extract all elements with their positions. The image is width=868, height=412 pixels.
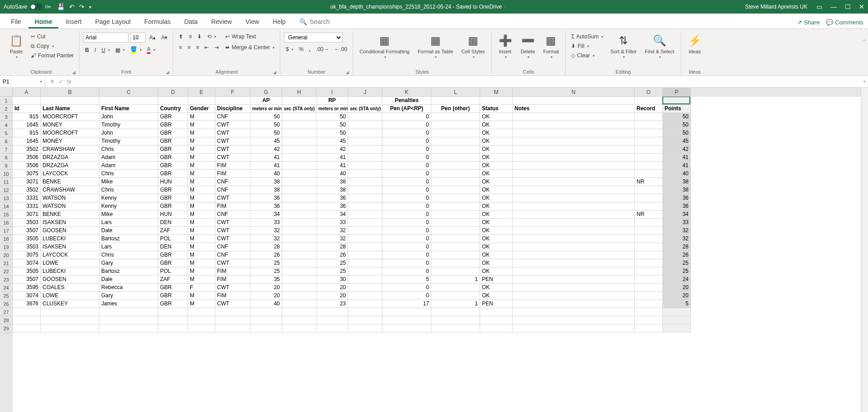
- cell[interactable]: Gary: [99, 292, 158, 300]
- row-header[interactable]: 25: [0, 292, 13, 300]
- cell[interactable]: [431, 194, 480, 202]
- cell[interactable]: MONEY: [41, 121, 99, 129]
- cell[interactable]: 50: [316, 113, 348, 121]
- cell[interactable]: CNF: [215, 186, 250, 194]
- cell[interactable]: LOWE: [41, 259, 99, 267]
- cell[interactable]: [41, 316, 99, 324]
- cell[interactable]: [513, 267, 635, 276]
- cell[interactable]: M: [188, 211, 215, 219]
- cell[interactable]: 3506: [13, 162, 41, 170]
- cell[interactable]: [513, 97, 635, 105]
- cell[interactable]: 3505: [13, 267, 41, 276]
- cell[interactable]: 36: [250, 194, 282, 202]
- cell[interactable]: [635, 300, 663, 308]
- cell[interactable]: [431, 243, 480, 251]
- cell[interactable]: [188, 316, 215, 324]
- cell[interactable]: M: [188, 170, 215, 178]
- cell[interactable]: FIM: [215, 170, 250, 178]
- cell[interactable]: CWT: [215, 235, 250, 243]
- cell[interactable]: 24: [663, 276, 691, 284]
- cell[interactable]: FIM: [215, 202, 250, 211]
- cell[interactable]: 3074: [13, 292, 41, 300]
- cell[interactable]: GBR: [158, 259, 188, 267]
- delete-cells-button[interactable]: ➖Delete▾: [518, 33, 538, 60]
- cell[interactable]: [250, 308, 282, 316]
- cell[interactable]: [513, 316, 635, 324]
- cell[interactable]: Points: [663, 105, 691, 113]
- cell[interactable]: DEN: [158, 243, 188, 251]
- cell[interactable]: [635, 243, 663, 251]
- cell[interactable]: 0: [382, 186, 431, 194]
- cell[interactable]: [431, 292, 480, 300]
- cell[interactable]: Rebecca: [99, 284, 158, 292]
- name-box[interactable]: P1▾: [0, 76, 45, 87]
- cell[interactable]: OK: [480, 137, 513, 145]
- cancel-formula-icon[interactable]: ✕: [50, 78, 55, 85]
- tab-file[interactable]: File: [5, 14, 28, 28]
- cell[interactable]: 0: [382, 162, 431, 170]
- cell[interactable]: OK: [480, 243, 513, 251]
- cell[interactable]: [431, 284, 480, 292]
- cell[interactable]: [282, 202, 316, 211]
- cell[interactable]: GBR: [158, 300, 188, 308]
- cell[interactable]: [188, 324, 215, 332]
- cell[interactable]: OK: [480, 121, 513, 129]
- cell[interactable]: DRZAZGA: [41, 154, 99, 162]
- align-middle-button[interactable]: ≡: [187, 33, 193, 41]
- cell[interactable]: OK: [480, 170, 513, 178]
- cell[interactable]: OK: [480, 186, 513, 194]
- dialog-launcher-icon[interactable]: ◢: [273, 70, 276, 75]
- cell[interactable]: [348, 113, 382, 121]
- grow-font-button[interactable]: A▴: [147, 33, 157, 42]
- cell[interactable]: Country: [158, 105, 188, 113]
- cell[interactable]: 40: [663, 170, 691, 178]
- wrap-text-button[interactable]: ↩Wrap Text: [223, 33, 276, 41]
- cell[interactable]: [158, 97, 188, 105]
- cell[interactable]: meters or min: [250, 105, 282, 113]
- cell[interactable]: 3502: [13, 145, 41, 154]
- row-header[interactable]: 5: [0, 129, 13, 137]
- row-header[interactable]: 11: [0, 178, 13, 186]
- cell[interactable]: GBR: [158, 284, 188, 292]
- cell[interactable]: FIM: [215, 162, 250, 170]
- cell[interactable]: [431, 129, 480, 137]
- col-header-L[interactable]: L: [431, 88, 480, 97]
- tab-insert[interactable]: Insert: [59, 14, 88, 28]
- cell[interactable]: [635, 129, 663, 137]
- tell-me-search[interactable]: 🔍Search: [293, 14, 336, 28]
- cell[interactable]: 45: [316, 137, 348, 145]
- cell[interactable]: [431, 170, 480, 178]
- cell[interactable]: M: [188, 162, 215, 170]
- cell[interactable]: [99, 97, 158, 105]
- cell[interactable]: 3502: [13, 186, 41, 194]
- cell[interactable]: LAYCOCK: [41, 251, 99, 259]
- cell[interactable]: 36: [316, 202, 348, 211]
- cell[interactable]: 20: [250, 284, 282, 292]
- cell[interactable]: OK: [480, 145, 513, 154]
- format-painter-button[interactable]: 🖌Format Painter: [29, 52, 75, 60]
- font-size-input[interactable]: [130, 33, 146, 42]
- cell[interactable]: [513, 276, 635, 284]
- cell[interactable]: 3071: [13, 211, 41, 219]
- cell[interactable]: [348, 145, 382, 154]
- col-header-J[interactable]: J: [348, 88, 382, 97]
- dialog-launcher-icon[interactable]: ◢: [166, 70, 169, 75]
- cell[interactable]: [282, 129, 316, 137]
- cell[interactable]: [635, 267, 663, 276]
- cell[interactable]: OK: [480, 259, 513, 267]
- cell[interactable]: 20: [316, 284, 348, 292]
- cell[interactable]: [282, 300, 316, 308]
- cell[interactable]: [431, 316, 480, 324]
- cell[interactable]: WATSON: [41, 194, 99, 202]
- cell[interactable]: [282, 219, 316, 227]
- col-header-N[interactable]: N: [513, 88, 635, 97]
- cell[interactable]: [513, 145, 635, 154]
- row-header[interactable]: 7: [0, 145, 13, 154]
- cell[interactable]: John: [99, 113, 158, 121]
- cell[interactable]: GOOSEN: [41, 276, 99, 284]
- cell[interactable]: 25: [250, 259, 282, 267]
- cell[interactable]: [348, 186, 382, 194]
- cell[interactable]: Adam: [99, 162, 158, 170]
- cell[interactable]: 34: [663, 211, 691, 219]
- sort-filter-button[interactable]: ⇅Sort & Filter▾: [608, 33, 639, 60]
